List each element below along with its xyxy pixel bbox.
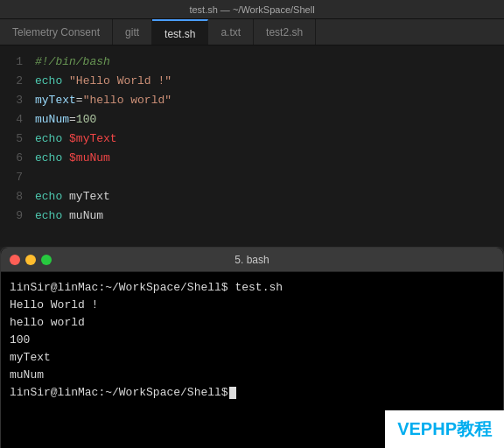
- terminal-final-prompt: linSir@linMac:~/WorkSpace/Shell$: [10, 384, 494, 402]
- tab-telemetry-consent[interactable]: Telemetry Consent: [0, 19, 113, 45]
- code-editor: 1 2 3 4 5 6 7 8 9 #!/bin/bash echo "Hell…: [0, 46, 504, 247]
- tab-testsh[interactable]: test.sh: [152, 19, 208, 45]
- watermark: VEPHP教程: [385, 410, 504, 448]
- close-button-icon[interactable]: [10, 255, 20, 265]
- watermark-text: VEPHP教程: [397, 419, 492, 438]
- code-line-3: myText="hello world": [35, 91, 497, 110]
- terminal-output-4: myText: [10, 349, 494, 367]
- code-lines[interactable]: #!/bin/bash echo "Hello World !" myText=…: [32, 46, 504, 247]
- minimize-button-icon[interactable]: [25, 255, 36, 265]
- terminal-output-1: Hello World !: [10, 297, 494, 314]
- terminal-window-buttons: [10, 255, 52, 265]
- code-line-6: echo $muNum: [35, 149, 497, 168]
- tab-test2sh[interactable]: test2.sh: [254, 19, 316, 45]
- maximize-button-icon[interactable]: [41, 255, 52, 265]
- terminal-output-5: muNum: [10, 367, 494, 384]
- code-line-2: echo "Hello World !": [35, 72, 497, 91]
- code-line-8: echo myText: [35, 187, 497, 206]
- tab-gitt[interactable]: gitt: [113, 19, 152, 45]
- title-bar: test.sh — ~/WorkSpace/Shell: [0, 0, 504, 19]
- terminal-cursor: [229, 387, 236, 399]
- code-line-4: muNum=100: [35, 110, 497, 130]
- terminal-output-2: hello world: [10, 314, 494, 332]
- code-line-5: echo $myText: [35, 130, 497, 149]
- terminal-title: 5. bash: [234, 254, 269, 266]
- code-line-9: echo muNum: [35, 206, 497, 226]
- terminal-output-3: 100: [10, 332, 494, 349]
- terminal-prompt-line: linSir@linMac:~/WorkSpace/Shell$ test.sh: [10, 279, 494, 297]
- terminal-title-bar: 5. bash: [1, 248, 503, 272]
- code-line-7: [35, 168, 497, 187]
- tab-atxt[interactable]: a.txt: [208, 19, 254, 45]
- title-bar-text: test.sh — ~/WorkSpace/Shell: [189, 4, 314, 15]
- code-line-1: #!/bin/bash: [35, 52, 497, 72]
- tab-bar: Telemetry Consent gitt test.sh a.txt tes…: [0, 19, 504, 46]
- line-numbers: 1 2 3 4 5 6 7 8 9: [0, 46, 32, 247]
